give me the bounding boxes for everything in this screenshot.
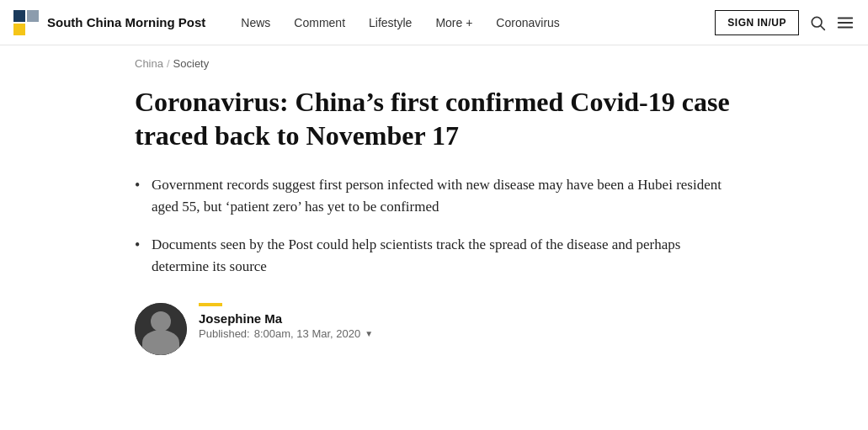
search-button[interactable]	[809, 14, 826, 31]
svg-line-1	[821, 25, 825, 29]
menu-button[interactable]	[836, 13, 855, 32]
hamburger-icon	[836, 13, 855, 32]
published-date: 8:00am, 13 Mar, 2020	[254, 327, 360, 340]
search-icon	[809, 14, 826, 31]
bullet-list: Government records suggest first person …	[135, 174, 733, 278]
breadcrumb-parent[interactable]: China	[135, 57, 163, 70]
article-body: Coronavirus: China’s first confirmed Cov…	[0, 77, 868, 389]
author-info: Josephine Ma Published: 8:00am, 13 Mar, …	[199, 303, 373, 340]
nav-links: News Comment Lifestyle More + Coronaviru…	[231, 11, 715, 35]
published-label: Published:	[199, 327, 250, 340]
article-title: Coronavirus: China’s first confirmed Cov…	[135, 85, 733, 152]
author-name[interactable]: Josephine Ma	[199, 311, 373, 326]
main-nav: South China Morning Post News Comment Li…	[0, 0, 868, 45]
avatar-silhouette	[135, 303, 187, 355]
author-avatar	[135, 303, 187, 355]
nav-item-coronavirus[interactable]: Coronavirus	[486, 11, 569, 35]
nav-item-news[interactable]: News	[231, 11, 280, 35]
nav-item-more[interactable]: More +	[425, 11, 482, 35]
nav-actions: SIGN IN/UP	[715, 10, 855, 35]
breadcrumb: China / Society	[0, 45, 868, 77]
bullet-item-2: Documents seen by the Post could help sc…	[135, 234, 733, 279]
breadcrumb-current: Society	[173, 57, 210, 70]
breadcrumb-separator: /	[167, 57, 170, 70]
sign-in-button[interactable]: SIGN IN/UP	[715, 10, 799, 35]
author-row: Josephine Ma Published: 8:00am, 13 Mar, …	[135, 303, 733, 355]
site-logo[interactable]: South China Morning Post	[13, 10, 205, 35]
bullet-item-1: Government records suggest first person …	[135, 174, 733, 219]
author-accent-bar	[199, 303, 222, 306]
nav-item-comment[interactable]: Comment	[284, 11, 355, 35]
logo-icon	[13, 10, 39, 35]
site-name: South China Morning Post	[47, 15, 205, 29]
author-published: Published: 8:00am, 13 Mar, 2020 ▼	[199, 327, 373, 340]
nav-item-lifestyle[interactable]: Lifestyle	[359, 11, 422, 35]
chevron-down-icon[interactable]: ▼	[365, 329, 373, 338]
